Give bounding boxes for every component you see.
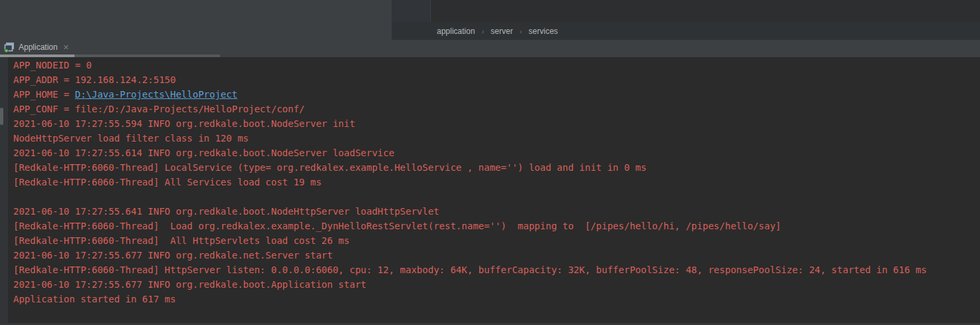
tab-application-label: Application xyxy=(19,43,58,52)
console-line: [Redkale-HTTP:6060-Thread] Load org.redk… xyxy=(13,219,927,233)
console-log-lines: APP_NODEID = 0APP_ADDR = 192.168.124.2:5… xyxy=(13,58,927,306)
console-line: 2021-06-10 17:27:55.677 INFO org.redkale… xyxy=(13,277,927,292)
chevron-right-icon: › xyxy=(519,27,522,35)
console-line: 2021-06-10 17:27:55.594 INFO org.redkale… xyxy=(13,116,927,131)
editor-gutter xyxy=(392,0,431,22)
console-line: [Redkale-HTTP:6060-Thread] HttpServer li… xyxy=(13,263,927,277)
console-line: APP_ADDR = 192.168.124.2:5150 xyxy=(13,72,927,87)
console-line: APP_HOME = D:\Java-Projects\HelloProject xyxy=(13,87,927,102)
console-line: NodeHttpServer load filter class in 120 … xyxy=(13,131,927,146)
chevron-right-icon: › xyxy=(481,27,484,35)
console-line: 2021-06-10 17:27:55.677 INFO org.redkale… xyxy=(13,248,927,263)
breadcrumb-item-services[interactable]: services xyxy=(529,27,558,36)
console-line: 2021-06-10 17:27:55.614 INFO org.redkale… xyxy=(13,146,927,160)
app-home-link[interactable]: D:\Java-Projects\HelloProject xyxy=(75,89,237,100)
run-console-icon xyxy=(4,42,15,53)
console-line: APP_CONF = file:/D:/Java-Projects/HelloP… xyxy=(13,102,927,116)
console-line: APP_NODEID = 0 xyxy=(13,58,927,72)
console-line-prefix: APP_HOME = xyxy=(13,89,75,100)
close-icon[interactable]: ✕ xyxy=(63,43,69,52)
console-line: Application started in 617 ms xyxy=(13,292,927,306)
console-line xyxy=(13,189,927,204)
breadcrumb: application›server›services xyxy=(392,22,980,40)
breadcrumb-item-server[interactable]: server xyxy=(491,27,513,36)
console-line: [Redkale-HTTP:6060-Thread] All HttpServl… xyxy=(13,233,927,248)
console-line: 2021-06-10 17:27:55.641 INFO org.redkale… xyxy=(13,204,927,219)
breadcrumb-item-application[interactable]: application xyxy=(437,27,475,36)
scrollbar-thumb[interactable] xyxy=(0,108,3,125)
console-line: [Redkale-HTTP:6060-Thread] All Services … xyxy=(13,175,927,189)
console-line: [Redkale-HTTP:6060-Thread] LocalService … xyxy=(13,160,927,175)
running-indicator-dot xyxy=(5,49,7,52)
console-gutter xyxy=(0,57,8,325)
project-tool-window-edge xyxy=(0,0,392,40)
editor-background xyxy=(431,0,980,22)
tab-application[interactable]: Application ✕ xyxy=(1,40,72,54)
